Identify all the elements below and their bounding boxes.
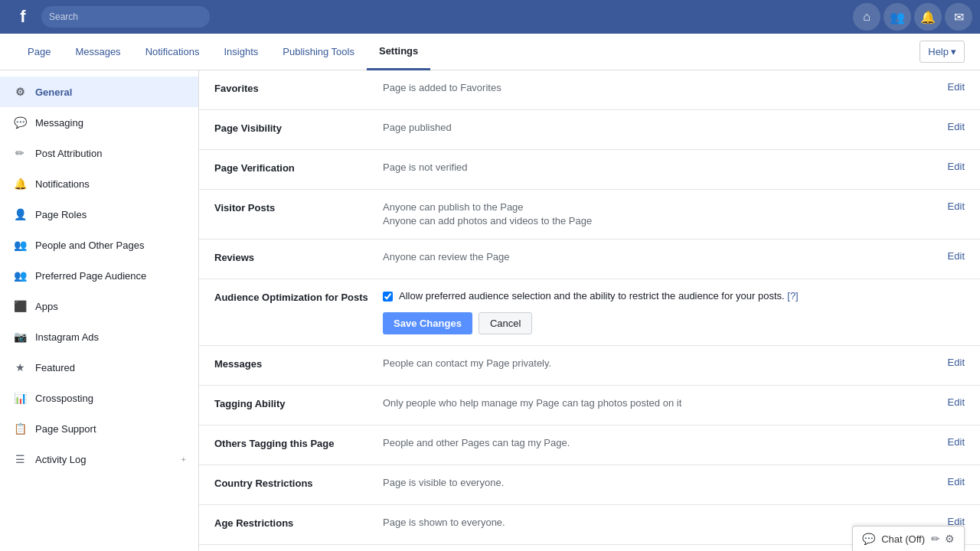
edit-tagging-ability[interactable]: Edit bbox=[948, 396, 965, 408]
activity-log-icon: ☰ bbox=[12, 452, 28, 467]
value-age-restrictions: Page is shown to everyone. bbox=[383, 516, 926, 530]
chat-settings-icon[interactable]: ⚙ bbox=[945, 533, 955, 545]
audience-optimization-text: Allow preferred audience selection and t… bbox=[399, 290, 799, 302]
label-reviews: Reviews bbox=[214, 250, 383, 263]
value-messages: People can contact my Page privately. bbox=[383, 357, 926, 370]
friends-icon[interactable]: 👥 bbox=[884, 3, 911, 31]
notification-icon[interactable]: 🔔 bbox=[914, 3, 942, 31]
edit-page-verification[interactable]: Edit bbox=[948, 161, 965, 172]
sidebar-item-page-support[interactable]: 📋 Page Support bbox=[0, 413, 198, 444]
edit-messages[interactable]: Edit bbox=[948, 357, 965, 368]
value-page-verification: Page is not verified bbox=[383, 161, 926, 174]
settings-row-reviews: Reviews Anyone can review the Page Edit bbox=[199, 240, 980, 279]
general-icon: ⚙ bbox=[12, 84, 28, 99]
crossposting-icon: 📊 bbox=[12, 390, 28, 406]
value-country-restrictions: Page is visible to everyone. bbox=[383, 476, 926, 490]
sidebar-item-featured[interactable]: ★ Featured bbox=[0, 352, 198, 383]
sidebar-label-activity-log: Activity Log bbox=[35, 454, 174, 465]
settings-table: Favorites Page is added to Favorites Edi… bbox=[199, 70, 980, 551]
learn-more-link[interactable]: [?] bbox=[787, 290, 798, 302]
sidebar-label-featured: Featured bbox=[35, 362, 186, 373]
nav-notifications[interactable]: Notifications bbox=[133, 34, 212, 70]
nav-messages[interactable]: Messages bbox=[63, 34, 132, 70]
messages-icon[interactable]: ✉ bbox=[945, 3, 972, 31]
settings-row-others-tagging: Others Tagging this Page People and othe… bbox=[199, 425, 980, 465]
featured-icon: ★ bbox=[12, 360, 28, 375]
facebook-logo: f bbox=[8, 2, 38, 32]
chat-edit-icon[interactable]: ✏ bbox=[931, 533, 940, 545]
value-page-visibility: Page published bbox=[383, 121, 926, 135]
sidebar-label-post-attribution: Post Attribution bbox=[35, 148, 186, 159]
main-layout: ⚙ General 💬 Messaging ✏ Post Attribution… bbox=[0, 70, 980, 551]
nav-publishing-tools[interactable]: Publishing Tools bbox=[270, 34, 367, 70]
settings-row-tagging-ability: Tagging Ability Only people who help man… bbox=[199, 386, 980, 425]
cancel-button[interactable]: Cancel bbox=[479, 312, 532, 334]
sidebar-label-page-roles: Page Roles bbox=[35, 209, 186, 220]
chat-label: Chat (Off) bbox=[881, 533, 925, 545]
sidebar-item-general[interactable]: ⚙ General bbox=[0, 77, 198, 107]
sidebar-label-messaging: Messaging bbox=[35, 117, 186, 129]
sidebar-item-notifications[interactable]: 🔔 Notifications bbox=[0, 168, 198, 199]
search-input[interactable] bbox=[49, 11, 202, 22]
sidebar-item-messaging[interactable]: 💬 Messaging bbox=[0, 107, 198, 138]
page-nav: Page Messages Notifications Insights Pub… bbox=[0, 34, 980, 70]
sidebar-label-crossposting: Crossposting bbox=[35, 393, 186, 404]
settings-row-audience-optimization: Audience Optimization for Posts Allow pr… bbox=[199, 279, 980, 346]
audience-optimization-checkbox[interactable] bbox=[383, 292, 393, 302]
chat-icon: 💬 bbox=[862, 533, 875, 545]
topbar-icons: ⌂ 👥 🔔 ✉ bbox=[853, 3, 972, 31]
instagram-ads-icon: 📷 bbox=[12, 329, 28, 344]
label-visitor-posts: Visitor Posts bbox=[214, 201, 383, 214]
edit-favorites[interactable]: Edit bbox=[948, 81, 965, 93]
edit-page-visibility[interactable]: Edit bbox=[948, 121, 965, 132]
settings-row-country-restrictions: Country Restrictions Page is visible to … bbox=[199, 465, 980, 505]
value-reviews: Anyone can review the Page bbox=[383, 250, 926, 264]
chat-actions: ✏ ⚙ bbox=[931, 533, 955, 545]
home-icon[interactable]: ⌂ bbox=[853, 3, 880, 31]
activity-log-arrow-icon: + bbox=[181, 455, 186, 464]
sidebar-item-crossposting[interactable]: 📊 Crossposting bbox=[0, 383, 198, 413]
sidebar-item-instagram-ads[interactable]: 📷 Instagram Ads bbox=[0, 321, 198, 352]
save-changes-button[interactable]: Save Changes bbox=[383, 312, 472, 334]
value-favorites: Page is added to Favorites bbox=[383, 81, 926, 95]
page-support-icon: 📋 bbox=[12, 421, 28, 436]
settings-row-page-visibility: Page Visibility Page published Edit bbox=[199, 110, 980, 150]
edit-country-restrictions[interactable]: Edit bbox=[948, 476, 965, 487]
help-button[interactable]: Help ▾ bbox=[920, 41, 965, 63]
settings-row-page-verification: Page Verification Page is not verified E… bbox=[199, 150, 980, 190]
preferred-audience-icon: 👥 bbox=[12, 268, 28, 283]
search-bar[interactable] bbox=[41, 6, 210, 28]
content-area: Favorites Page is added to Favorites Edi… bbox=[199, 70, 980, 551]
settings-row-favorites: Favorites Page is added to Favorites Edi… bbox=[199, 70, 980, 110]
label-page-visibility: Page Visibility bbox=[214, 121, 383, 134]
apps-icon: ⬛ bbox=[12, 298, 28, 314]
help-label: Help bbox=[928, 46, 949, 57]
page-roles-icon: 👤 bbox=[12, 207, 28, 222]
label-tagging-ability: Tagging Ability bbox=[214, 396, 383, 409]
sidebar-item-preferred-page-audience[interactable]: 👥 Preferred Page Audience bbox=[0, 260, 198, 291]
sidebar-item-post-attribution[interactable]: ✏ Post Attribution bbox=[0, 138, 198, 168]
edit-reviews[interactable]: Edit bbox=[948, 250, 965, 262]
sidebar-item-apps[interactable]: ⬛ Apps bbox=[0, 291, 198, 321]
edit-others-tagging[interactable]: Edit bbox=[948, 436, 965, 448]
chat-widget: 💬 Chat (Off) ✏ ⚙ bbox=[852, 526, 965, 551]
sidebar: ⚙ General 💬 Messaging ✏ Post Attribution… bbox=[0, 70, 199, 551]
sidebar-item-people-other-pages[interactable]: 👥 People and Other Pages bbox=[0, 230, 198, 260]
value-visitor-posts: Anyone can publish to the Page Anyone ca… bbox=[383, 201, 926, 228]
label-messages: Messages bbox=[214, 357, 383, 370]
sidebar-item-activity-log[interactable]: ☰ Activity Log + bbox=[0, 444, 198, 474]
nav-insights[interactable]: Insights bbox=[211, 34, 270, 70]
visitor-posts-line2: Anyone can add photos and videos to the … bbox=[383, 214, 926, 228]
sidebar-label-notifications: Notifications bbox=[35, 178, 186, 190]
nav-page[interactable]: Page bbox=[15, 34, 63, 70]
label-audience-optimization: Audience Optimization for Posts bbox=[214, 290, 383, 303]
edit-visitor-posts[interactable]: Edit bbox=[948, 201, 965, 212]
sidebar-label-instagram-ads: Instagram Ads bbox=[35, 331, 186, 343]
audience-optimization-content: Allow preferred audience selection and t… bbox=[383, 290, 965, 334]
people-other-pages-icon: 👥 bbox=[12, 237, 28, 253]
sidebar-item-page-roles[interactable]: 👤 Page Roles bbox=[0, 199, 198, 230]
facebook-topbar: f ⌂ 👥 🔔 ✉ bbox=[0, 0, 980, 34]
nav-settings[interactable]: Settings bbox=[367, 34, 430, 70]
label-page-verification: Page Verification bbox=[214, 161, 383, 174]
value-others-tagging: People and other Pages can tag my Page. bbox=[383, 436, 926, 450]
